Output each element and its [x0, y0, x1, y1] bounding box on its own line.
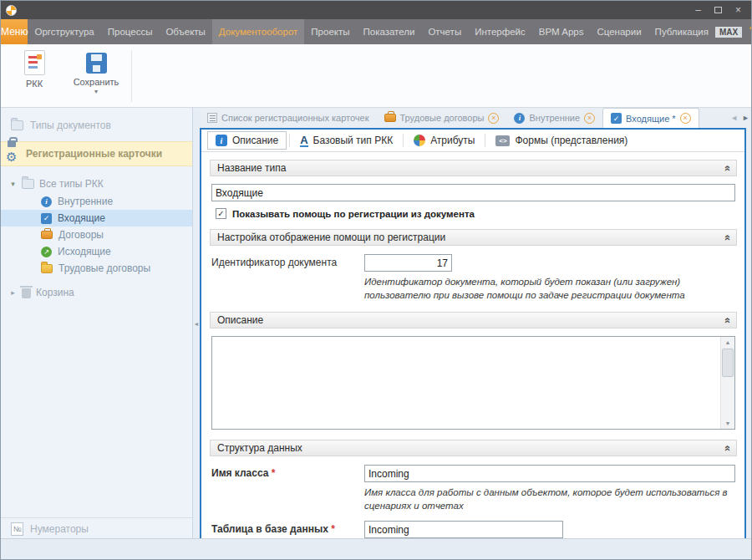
- section-header-help-settings[interactable]: Настройка отображение помощи по регистра…: [210, 229, 737, 246]
- menu-button[interactable]: Меню: [1, 19, 28, 44]
- ribbon-tab-indicators[interactable]: Показатели: [356, 19, 421, 44]
- tab-description[interactable]: i Описание: [207, 131, 287, 150]
- sidebar-item-document-types[interactable]: Типы документов: [1, 115, 192, 136]
- ribbon-tab-publication[interactable]: Публикация: [648, 19, 715, 44]
- section-title: Настройка отображение помощи по регистра…: [217, 232, 445, 243]
- document-tab-bar: Список регистрационных карточек Трудовые…: [200, 108, 752, 128]
- close-tab-icon[interactable]: ×: [584, 113, 595, 124]
- sidebar-item-label: Типы документов: [30, 120, 111, 131]
- max-badge[interactable]: MAX: [715, 27, 742, 38]
- close-tab-icon[interactable]: ×: [680, 113, 691, 124]
- incoming-doc-icon: ✓: [611, 113, 622, 124]
- window-controls: – ×: [695, 4, 751, 16]
- db-table-label: Таблица в базе данных *: [211, 521, 364, 535]
- ribbon-tab-objects[interactable]: Объекты: [159, 19, 211, 44]
- doc-tab-internal[interactable]: i Внутренние ×: [506, 108, 602, 128]
- code-icon: <>: [495, 135, 510, 146]
- doc-tab-incoming[interactable]: ✓ Входящие * ×: [602, 108, 699, 128]
- save-button-label: Сохранить: [74, 77, 119, 87]
- scrollbar-thumb[interactable]: [722, 349, 734, 377]
- tree-item-contracts[interactable]: Договоры: [1, 227, 192, 243]
- class-name-label: Имя класса *: [211, 465, 364, 479]
- ribbon-right-zone: MAX ?: [715, 19, 752, 44]
- close-tab-icon[interactable]: ×: [488, 113, 499, 124]
- doc-tab-label: Входящие *: [626, 114, 676, 124]
- doc-tab-labor-contracts[interactable]: Трудовые договоры ×: [377, 108, 507, 128]
- ribbon-tab-processes[interactable]: Процессы: [101, 19, 160, 44]
- scroll-up-icon[interactable]: ▲: [721, 337, 734, 348]
- scroll-tabs-left-icon[interactable]: ◄: [730, 114, 738, 122]
- collapse-section-icon[interactable]: »: [721, 165, 732, 171]
- minimize-button[interactable]: –: [695, 4, 701, 16]
- tab-divider: [289, 134, 290, 147]
- tree-root-label: Все типы РКК: [39, 178, 104, 190]
- sidebar-item-numerators[interactable]: № Нумераторы: [1, 517, 192, 540]
- rkk-card-icon: [24, 50, 45, 75]
- ribbon-tab-projects[interactable]: Проекты: [304, 19, 356, 44]
- description-textarea[interactable]: [212, 337, 720, 429]
- doc-tab-label: Трудовые договоры: [400, 113, 485, 123]
- collapse-section-icon[interactable]: »: [721, 234, 732, 240]
- ribbon-tab-orgstructure[interactable]: Оргструктура: [28, 19, 100, 44]
- tree-expander-icon[interactable]: ▸: [9, 288, 17, 297]
- maximize-button[interactable]: [714, 7, 722, 13]
- splitter-collapse-icon[interactable]: ◄: [194, 321, 200, 327]
- app-logo-icon: [6, 5, 17, 16]
- briefcase-icon: [41, 231, 53, 239]
- sidebar-item-trash[interactable]: ▸ Корзина: [1, 283, 192, 302]
- tab-base-rkk-type[interactable]: А Базовый тип РКК: [292, 132, 400, 150]
- ribbon-tab-reports[interactable]: Отчеты: [421, 19, 468, 44]
- info-icon: i: [216, 135, 227, 146]
- db-table-input[interactable]: [364, 521, 563, 538]
- tree-root-all-rkk-types[interactable]: ▾ Все типы РКК: [1, 175, 192, 193]
- ribbon-tab-document-flow[interactable]: Документооборот: [212, 19, 304, 44]
- save-dropdown-icon[interactable]: ▾: [94, 88, 98, 95]
- tree-item-incoming[interactable]: ✓ Входящие: [1, 210, 192, 227]
- scrollbar[interactable]: ▲ ▼: [720, 337, 734, 429]
- checkbox-checked[interactable]: ✓: [216, 208, 226, 219]
- ribbon-tab-bpm-apps[interactable]: BPM Apps: [532, 19, 591, 44]
- trash-icon: [22, 288, 31, 298]
- internal-doc-icon: i: [41, 196, 52, 207]
- collapse-section-icon[interactable]: »: [721, 318, 732, 323]
- outgoing-doc-icon: ↗: [41, 247, 52, 257]
- scroll-tabs-right-icon[interactable]: ►: [742, 114, 749, 122]
- save-button[interactable]: Сохранить ▾: [68, 44, 124, 95]
- tree-expander-icon[interactable]: ▾: [9, 180, 17, 188]
- type-name-input[interactable]: [211, 184, 735, 201]
- doc-id-field-row: Идентификатор документа: [211, 254, 735, 272]
- show-help-checkbox-row[interactable]: ✓ Показывать помощь по регистрации из до…: [216, 208, 737, 219]
- scroll-down-icon[interactable]: ▼: [721, 418, 734, 429]
- numerator-icon: №: [11, 522, 23, 536]
- required-asterisk: *: [331, 523, 335, 535]
- description-box: ▲ ▼: [211, 336, 735, 430]
- section-title: Название типа: [217, 162, 286, 174]
- sidebar-splitter[interactable]: ◄: [193, 108, 200, 540]
- help-icon[interactable]: ?: [749, 23, 752, 40]
- rkk-button[interactable]: РКК: [6, 44, 63, 89]
- sidebar-item-label: Регистрационные карточки: [26, 148, 162, 160]
- yellow-folder-icon: [41, 264, 53, 273]
- ribbon-tab-scenarios[interactable]: Сценарии: [590, 19, 648, 44]
- gear-icon[interactable]: ⚙: [6, 150, 17, 163]
- sidebar-item-registration-cards[interactable]: Регистрационные карточки: [1, 141, 192, 166]
- tree-item-internal[interactable]: i Внутренние: [1, 193, 192, 210]
- section-header-type-name[interactable]: Название типа »: [210, 160, 737, 176]
- doc-tab-label: Список регистрационных карточек: [221, 113, 369, 123]
- section-header-description[interactable]: Описание »: [210, 312, 737, 328]
- tab-forms[interactable]: <> Формы (представления): [488, 132, 635, 149]
- class-name-input[interactable]: [364, 465, 735, 482]
- section-header-data-structure[interactable]: Структура данных »: [210, 440, 737, 456]
- tree-item-labor-contracts[interactable]: Трудовые договоры: [1, 260, 192, 277]
- tree-item-outgoing[interactable]: ↗ Исходящие: [1, 243, 192, 260]
- ribbon-tab-interface[interactable]: Интерфейс: [468, 19, 532, 44]
- collapse-section-icon[interactable]: »: [721, 445, 732, 451]
- status-bar: [1, 538, 751, 559]
- tab-scroll-controls: ◄ ►: [730, 108, 752, 128]
- doc-tab-reg-card-list[interactable]: Список регистрационных карточек: [200, 108, 377, 128]
- ribbon-toolbar: РКК Сохранить ▾: [1, 44, 751, 108]
- close-button[interactable]: ×: [735, 4, 741, 16]
- doc-id-input[interactable]: [364, 254, 452, 272]
- tab-attributes[interactable]: Атрибуты: [406, 132, 482, 149]
- briefcase-icon: [384, 114, 396, 122]
